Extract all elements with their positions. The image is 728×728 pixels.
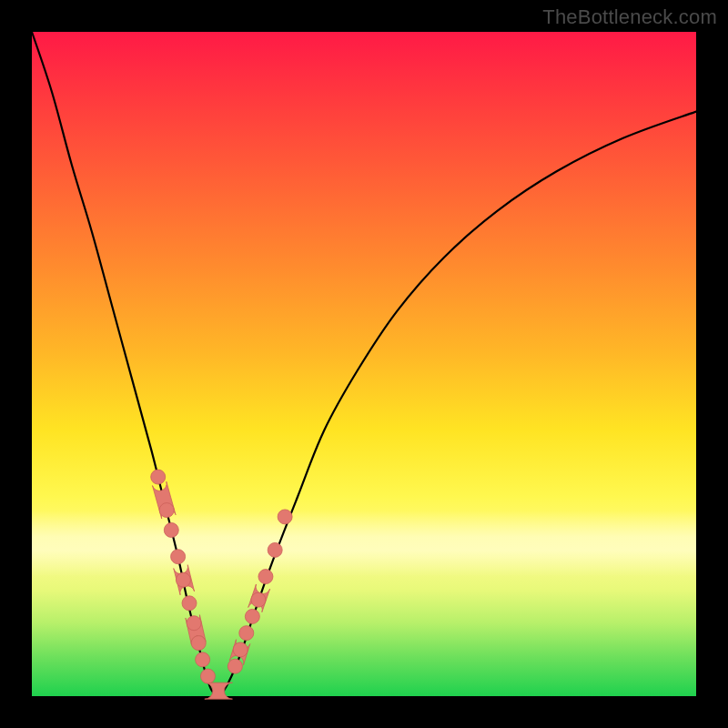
chart-plot-area — [32, 32, 696, 696]
bead-left-3 — [171, 550, 186, 564]
bead-left-0 — [151, 470, 166, 484]
chart-frame: TheBottleneck.com — [0, 0, 728, 728]
bead-left-5 — [182, 596, 197, 611]
bead-right-3 — [245, 609, 259, 623]
bead-right-2 — [239, 626, 254, 641]
watermark-text: TheBottleneck.com — [542, 5, 717, 29]
bead-left-9 — [200, 669, 215, 683]
chart-svg — [32, 32, 696, 696]
bead-left-1 — [159, 503, 174, 518]
bead-left-6 — [187, 616, 201, 631]
bead-left-7 — [191, 636, 206, 651]
bead-left-2 — [164, 523, 178, 538]
bead-right-1 — [233, 642, 248, 657]
curve-right — [217, 112, 696, 696]
curve-layer — [32, 32, 696, 696]
bead-left-8 — [196, 652, 210, 667]
bead-right-4 — [251, 592, 266, 607]
bead-right-7 — [278, 510, 292, 524]
bead-right-5 — [258, 570, 273, 584]
bead-right-6 — [268, 542, 282, 557]
bead-right-0 — [228, 659, 242, 673]
bead-left-4 — [176, 572, 190, 587]
